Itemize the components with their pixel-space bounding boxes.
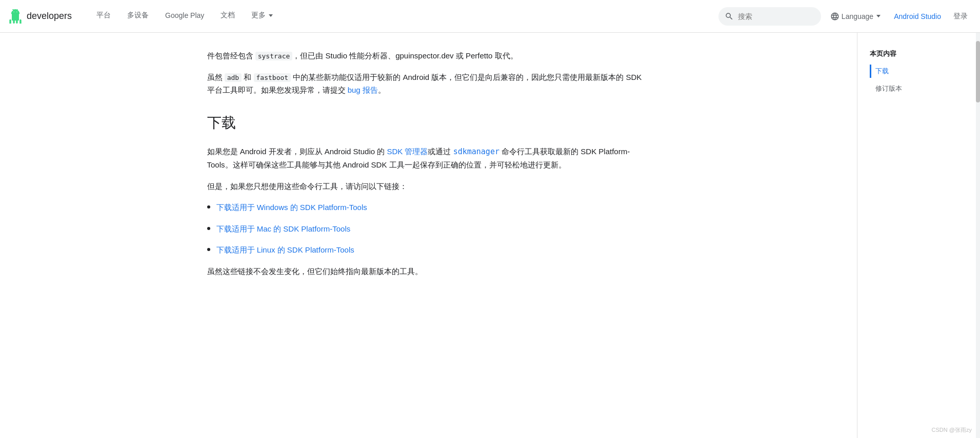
search-box[interactable] [718, 7, 821, 26]
sign-in-button[interactable]: 登录 [949, 12, 972, 21]
sdkmanager-link[interactable]: sdkmanager [453, 147, 499, 156]
logo-link[interactable]: developers [8, 9, 72, 24]
watermark: CSDN @张雨zy [932, 426, 972, 434]
nav-item-docs[interactable]: 文档 [212, 0, 243, 33]
windows-download-link[interactable]: 下载适用于 Windows 的 SDK Platform-Tools [216, 201, 367, 214]
toc-item-revision[interactable]: 修订版本 [870, 82, 968, 95]
main-content: 件包曾经包含 systrace，但已由 Studio 性能分析器、gpuinsp… [183, 33, 675, 438]
language-chevron-icon [876, 15, 881, 17]
intro-para-1: 件包曾经包含 systrace，但已由 Studio 性能分析器、gpuinsp… [207, 49, 650, 62]
language-label: Language [842, 12, 873, 20]
nav-item-googleplay[interactable]: Google Play [157, 0, 212, 33]
section-para-1: 如果您是 Android 开发者，则应从 Android Studio 的 SD… [207, 145, 650, 172]
sdkmanager-code: sdkmanager [453, 147, 499, 156]
download-list: 下载适用于 Windows 的 SDK Platform-Tools 下载适用于… [207, 201, 650, 257]
search-input[interactable] [738, 12, 799, 20]
bullet-dot-icon [207, 248, 210, 251]
android-studio-link[interactable]: Android Studio [890, 12, 945, 20]
navbar: developers 平台 多设备 Google Play 文档 更多 Lang… [0, 0, 980, 33]
sdk-manager-link[interactable]: SDK 管理器 [387, 147, 428, 156]
toc-title: 本页内容 [870, 49, 968, 58]
fastboot-code: fastboot [254, 73, 291, 82]
footer-note: 虽然这些链接不会发生变化，但它们始终指向最新版本的工具。 [207, 265, 650, 278]
scrollbar-track[interactable] [976, 0, 980, 438]
bullet-dot-icon [207, 227, 210, 230]
nav-item-multidevice[interactable]: 多设备 [119, 0, 157, 33]
android-logo-icon [8, 9, 23, 24]
nav-item-more[interactable]: 更多 [243, 0, 281, 33]
search-icon [725, 12, 734, 21]
more-chevron-icon [269, 14, 273, 17]
adb-code: adb [225, 73, 242, 82]
list-item: 下载适用于 Windows 的 SDK Platform-Tools [207, 201, 650, 214]
language-button[interactable]: Language [825, 9, 886, 24]
section-para-2: 但是，如果您只想使用这些命令行工具，请访问以下链接： [207, 180, 650, 193]
section-heading: 下载 [207, 113, 650, 133]
toc-sidebar: 本页内容 下载 修订版本 [857, 33, 980, 438]
systrace-code: systrace [255, 52, 293, 60]
intro-para-2: 虽然 adb 和 fastboot 中的某些新功能仅适用于较新的 Android… [207, 71, 650, 97]
logo-text: developers [27, 11, 72, 22]
nav-item-platform[interactable]: 平台 [88, 0, 119, 33]
nav-right: Language Android Studio 登录 [718, 7, 972, 26]
globe-icon [830, 12, 839, 21]
list-item: 下载适用于 Linux 的 SDK Platform-Tools [207, 243, 650, 257]
mac-download-link[interactable]: 下载适用于 Mac 的 SDK Platform-Tools [216, 222, 351, 236]
toc-item-download[interactable]: 下载 [870, 65, 968, 78]
bullet-dot-icon [207, 205, 210, 208]
nav-links: 平台 多设备 Google Play 文档 更多 [88, 0, 718, 33]
scrollbar-thumb[interactable] [976, 41, 980, 102]
list-item: 下载适用于 Mac 的 SDK Platform-Tools [207, 222, 650, 236]
linux-download-link[interactable]: 下载适用于 Linux 的 SDK Platform-Tools [216, 243, 354, 257]
bug-report-link[interactable]: bug 报告 [348, 86, 378, 94]
page-wrapper: 件包曾经包含 systrace，但已由 Studio 性能分析器、gpuinsp… [0, 33, 980, 438]
